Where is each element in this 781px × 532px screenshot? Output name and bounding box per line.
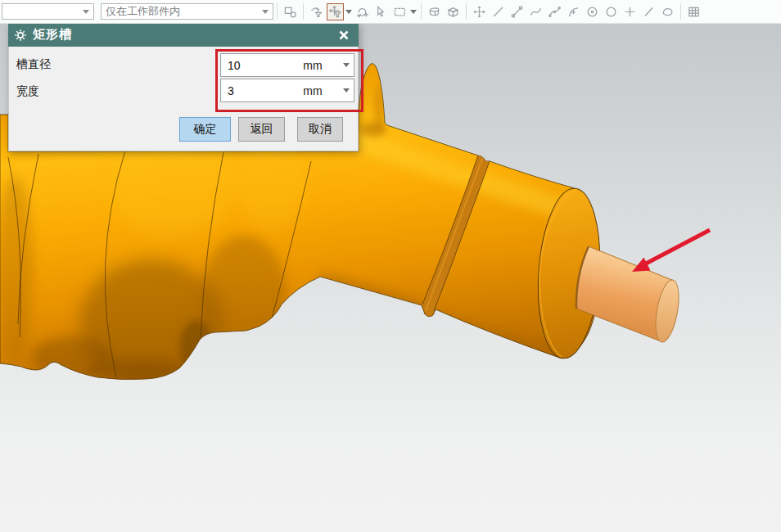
groove-diameter-unit: mm bbox=[303, 59, 326, 72]
selection-rectangle-icon[interactable] bbox=[391, 3, 409, 20]
face-icon[interactable] bbox=[659, 3, 676, 20]
grid-icon[interactable] bbox=[685, 3, 702, 20]
slash-icon[interactable] bbox=[640, 3, 657, 20]
groove-width-field: mm bbox=[220, 79, 354, 102]
solid-cube-icon[interactable] bbox=[445, 3, 462, 20]
line-endpoints-icon[interactable] bbox=[508, 3, 526, 20]
toolbar-separator bbox=[421, 3, 422, 20]
back-button[interactable]: 返回 bbox=[238, 117, 285, 142]
toolbar-separator bbox=[277, 3, 278, 20]
line-icon[interactable] bbox=[490, 3, 507, 20]
dialog-titlebar[interactable]: 矩形槽 bbox=[8, 23, 359, 47]
assembly-constraints-icon[interactable] bbox=[282, 3, 299, 20]
toolbar-separator bbox=[466, 3, 467, 20]
cancel-button[interactable]: 取消 bbox=[297, 117, 343, 142]
top-toolbar: 仅在工作部件内 bbox=[0, 0, 781, 24]
point-plus-icon[interactable] bbox=[621, 3, 639, 20]
select-pointer-icon[interactable] bbox=[372, 3, 390, 20]
reset-filter-icon[interactable] bbox=[354, 3, 371, 20]
gear-icon bbox=[14, 29, 27, 42]
scope-selector-dropdown[interactable]: 仅在工作部件内 bbox=[101, 3, 273, 20]
wireframe-solid-icon[interactable] bbox=[426, 3, 443, 20]
dialog-body: 槽直径 宽度 mm mm 确定 返回 取消 bbox=[8, 47, 359, 151]
close-icon bbox=[338, 29, 350, 41]
chevron-down-icon[interactable] bbox=[343, 63, 350, 67]
chevron-down-icon[interactable] bbox=[343, 88, 350, 92]
arrow-filter-icon[interactable] bbox=[308, 3, 325, 20]
close-button[interactable] bbox=[335, 26, 353, 44]
groove-diameter-field: mm bbox=[220, 53, 354, 77]
scope-selector-value: 仅在工作部件内 bbox=[106, 4, 180, 19]
chevron-down-icon bbox=[262, 10, 269, 14]
groove-diameter-input[interactable] bbox=[228, 59, 287, 72]
toolbar-separator bbox=[303, 3, 304, 20]
chevron-down-icon bbox=[83, 10, 89, 14]
arc-center-icon[interactable] bbox=[565, 3, 582, 20]
dialog-buttons: 确定 返回 取消 bbox=[9, 117, 358, 142]
selection-filter-dropdown[interactable] bbox=[2, 3, 94, 20]
snap-point-icon[interactable] bbox=[471, 3, 488, 20]
groove-width-label: 宽度 bbox=[16, 84, 39, 99]
groove-width-unit: mm bbox=[303, 84, 326, 97]
groove-diameter-label: 槽直径 bbox=[16, 57, 51, 72]
spline-points-icon[interactable] bbox=[546, 3, 563, 20]
toolbar-separator bbox=[680, 3, 681, 20]
ok-button[interactable]: 确定 bbox=[179, 117, 231, 142]
dialog-fields: mm mm bbox=[220, 53, 354, 104]
snap-point-filter-icon[interactable] bbox=[327, 3, 344, 20]
chevron-down-icon[interactable] bbox=[345, 10, 353, 14]
groove-width-input[interactable] bbox=[228, 84, 287, 97]
chevron-down-icon[interactable] bbox=[409, 10, 418, 14]
dialog-title: 矩形槽 bbox=[33, 27, 72, 43]
rectangular-groove-dialog: 矩形槽 槽直径 宽度 mm mm 确定 返回 取消 bbox=[8, 23, 359, 151]
end-journal bbox=[576, 246, 683, 344]
annotation-arrow bbox=[632, 230, 710, 272]
circle-center-icon[interactable] bbox=[584, 3, 601, 20]
curve-icon[interactable] bbox=[527, 3, 544, 20]
circle-icon[interactable] bbox=[603, 3, 620, 20]
